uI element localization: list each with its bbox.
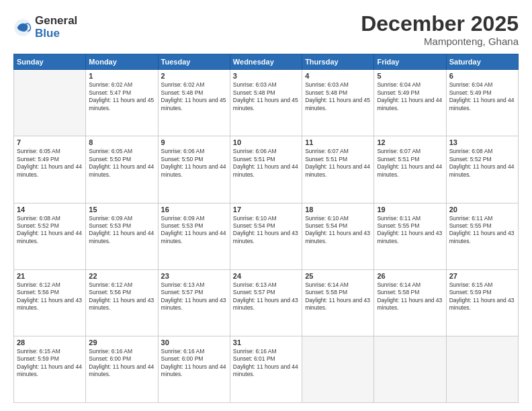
logo-blue-text: Blue	[35, 28, 77, 40]
day-info: Sunrise: 6:16 AMSunset: 6:00 PMDaylight:…	[161, 348, 227, 379]
day-number: 6	[449, 72, 515, 80]
day-number: 19	[377, 205, 443, 214]
page: General Blue December 2025 Mamponteng, G…	[0, 0, 532, 411]
calendar-cell: 8Sunrise: 6:05 AMSunset: 5:50 PMDaylight…	[86, 136, 158, 203]
day-info: Sunrise: 6:09 AMSunset: 5:53 PMDaylight:…	[161, 215, 227, 246]
day-number: 20	[449, 205, 515, 214]
day-number: 26	[377, 272, 443, 280]
calendar-cell: 22Sunrise: 6:12 AMSunset: 5:56 PMDayligh…	[86, 269, 158, 336]
day-info: Sunrise: 6:03 AMSunset: 5:48 PMDaylight:…	[305, 81, 371, 112]
day-number: 5	[377, 72, 443, 80]
calendar-table: Sunday Monday Tuesday Wednesday Thursday…	[13, 54, 519, 403]
day-number: 2	[161, 72, 227, 80]
day-info: Sunrise: 6:10 AMSunset: 5:54 PMDaylight:…	[233, 215, 299, 246]
day-number: 16	[161, 205, 227, 214]
week-row-0: 1Sunrise: 6:02 AMSunset: 5:47 PMDaylight…	[14, 70, 519, 136]
day-number: 7	[17, 138, 83, 146]
calendar-header-row: Sunday Monday Tuesday Wednesday Thursday…	[14, 54, 519, 70]
calendar-cell: 12Sunrise: 6:07 AMSunset: 5:51 PMDayligh…	[374, 136, 446, 203]
day-number: 22	[89, 272, 154, 280]
month-title: December 2025	[361, 12, 519, 36]
day-number: 12	[377, 138, 443, 146]
day-info: Sunrise: 6:15 AMSunset: 5:59 PMDaylight:…	[17, 348, 83, 379]
day-info: Sunrise: 6:12 AMSunset: 5:56 PMDaylight:…	[17, 281, 83, 312]
day-info: Sunrise: 6:06 AMSunset: 5:51 PMDaylight:…	[233, 148, 299, 179]
day-info: Sunrise: 6:07 AMSunset: 5:51 PMDaylight:…	[377, 148, 443, 179]
day-info: Sunrise: 6:16 AMSunset: 6:00 PMDaylight:…	[89, 348, 154, 379]
calendar-cell: 27Sunrise: 6:15 AMSunset: 5:59 PMDayligh…	[446, 269, 518, 336]
calendar-cell: 16Sunrise: 6:09 AMSunset: 5:53 PMDayligh…	[158, 203, 230, 269]
calendar-cell: 26Sunrise: 6:14 AMSunset: 5:58 PMDayligh…	[374, 269, 446, 336]
col-monday: Monday	[86, 54, 158, 70]
day-info: Sunrise: 6:04 AMSunset: 5:49 PMDaylight:…	[377, 81, 443, 112]
week-row-2: 14Sunrise: 6:08 AMSunset: 5:52 PMDayligh…	[14, 203, 519, 269]
day-info: Sunrise: 6:09 AMSunset: 5:53 PMDaylight:…	[89, 215, 154, 246]
day-number: 28	[17, 338, 83, 347]
calendar-cell	[446, 336, 518, 402]
calendar-cell: 25Sunrise: 6:14 AMSunset: 5:58 PMDayligh…	[302, 269, 374, 336]
day-info: Sunrise: 6:05 AMSunset: 5:49 PMDaylight:…	[17, 148, 83, 179]
calendar-cell: 31Sunrise: 6:16 AMSunset: 6:01 PMDayligh…	[230, 336, 302, 402]
day-number: 18	[305, 205, 371, 214]
day-number: 8	[89, 138, 154, 146]
day-number: 23	[161, 272, 227, 280]
title-block: December 2025 Mamponteng, Ghana	[361, 12, 519, 47]
day-number: 24	[233, 272, 299, 280]
calendar-cell: 19Sunrise: 6:11 AMSunset: 5:55 PMDayligh…	[374, 203, 446, 269]
calendar-cell: 20Sunrise: 6:11 AMSunset: 5:55 PMDayligh…	[446, 203, 518, 269]
calendar-cell	[374, 336, 446, 402]
day-number: 11	[305, 138, 371, 146]
calendar-cell: 1Sunrise: 6:02 AMSunset: 5:47 PMDaylight…	[86, 70, 158, 136]
calendar-cell: 28Sunrise: 6:15 AMSunset: 5:59 PMDayligh…	[14, 336, 86, 402]
logo-icon	[13, 18, 32, 37]
day-number: 10	[233, 138, 299, 146]
calendar-cell: 23Sunrise: 6:13 AMSunset: 5:57 PMDayligh…	[158, 269, 230, 336]
day-info: Sunrise: 6:11 AMSunset: 5:55 PMDaylight:…	[377, 215, 443, 246]
logo: General Blue	[13, 15, 77, 40]
day-number: 1	[89, 72, 154, 80]
day-number: 15	[89, 205, 154, 214]
day-info: Sunrise: 6:08 AMSunset: 5:52 PMDaylight:…	[17, 215, 83, 246]
day-info: Sunrise: 6:12 AMSunset: 5:56 PMDaylight:…	[89, 281, 154, 312]
day-number: 3	[233, 72, 299, 80]
col-friday: Friday	[374, 54, 446, 70]
calendar-cell	[14, 70, 86, 136]
day-number: 27	[449, 272, 515, 280]
col-sunday: Sunday	[14, 54, 86, 70]
calendar-cell: 24Sunrise: 6:13 AMSunset: 5:57 PMDayligh…	[230, 269, 302, 336]
day-info: Sunrise: 6:11 AMSunset: 5:55 PMDaylight:…	[449, 215, 515, 246]
calendar-cell: 18Sunrise: 6:10 AMSunset: 5:54 PMDayligh…	[302, 203, 374, 269]
day-number: 25	[305, 272, 371, 280]
calendar-cell: 13Sunrise: 6:08 AMSunset: 5:52 PMDayligh…	[446, 136, 518, 203]
day-info: Sunrise: 6:14 AMSunset: 5:58 PMDaylight:…	[305, 281, 371, 312]
calendar-cell: 4Sunrise: 6:03 AMSunset: 5:48 PMDaylight…	[302, 70, 374, 136]
day-info: Sunrise: 6:07 AMSunset: 5:51 PMDaylight:…	[305, 148, 371, 179]
calendar-cell: 15Sunrise: 6:09 AMSunset: 5:53 PMDayligh…	[86, 203, 158, 269]
day-info: Sunrise: 6:04 AMSunset: 5:49 PMDaylight:…	[449, 81, 515, 112]
calendar-cell: 21Sunrise: 6:12 AMSunset: 5:56 PMDayligh…	[14, 269, 86, 336]
calendar-cell: 6Sunrise: 6:04 AMSunset: 5:49 PMDaylight…	[446, 70, 518, 136]
week-row-3: 21Sunrise: 6:12 AMSunset: 5:56 PMDayligh…	[14, 269, 519, 336]
day-info: Sunrise: 6:13 AMSunset: 5:57 PMDaylight:…	[161, 281, 227, 312]
week-row-4: 28Sunrise: 6:15 AMSunset: 5:59 PMDayligh…	[14, 336, 519, 402]
col-tuesday: Tuesday	[158, 54, 230, 70]
calendar-cell: 10Sunrise: 6:06 AMSunset: 5:51 PMDayligh…	[230, 136, 302, 203]
day-number: 30	[161, 338, 227, 347]
calendar-cell: 2Sunrise: 6:02 AMSunset: 5:48 PMDaylight…	[158, 70, 230, 136]
day-number: 4	[305, 72, 371, 80]
calendar-cell: 3Sunrise: 6:03 AMSunset: 5:48 PMDaylight…	[230, 70, 302, 136]
calendar-cell: 7Sunrise: 6:05 AMSunset: 5:49 PMDaylight…	[14, 136, 86, 203]
calendar-cell: 5Sunrise: 6:04 AMSunset: 5:49 PMDaylight…	[374, 70, 446, 136]
week-row-1: 7Sunrise: 6:05 AMSunset: 5:49 PMDaylight…	[14, 136, 519, 203]
calendar-cell: 11Sunrise: 6:07 AMSunset: 5:51 PMDayligh…	[302, 136, 374, 203]
logo-text: General Blue	[35, 15, 77, 40]
day-info: Sunrise: 6:05 AMSunset: 5:50 PMDaylight:…	[89, 148, 154, 179]
day-info: Sunrise: 6:06 AMSunset: 5:50 PMDaylight:…	[161, 148, 227, 179]
calendar-cell: 14Sunrise: 6:08 AMSunset: 5:52 PMDayligh…	[14, 203, 86, 269]
day-number: 9	[161, 138, 227, 146]
day-info: Sunrise: 6:13 AMSunset: 5:57 PMDaylight:…	[233, 281, 299, 312]
col-thursday: Thursday	[302, 54, 374, 70]
day-info: Sunrise: 6:08 AMSunset: 5:52 PMDaylight:…	[449, 148, 515, 179]
day-number: 17	[233, 205, 299, 214]
calendar-cell	[302, 336, 374, 402]
